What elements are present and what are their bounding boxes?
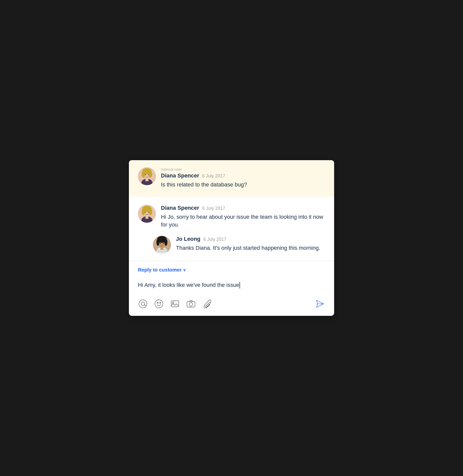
message-jo-date: 6 July 2017 [203,237,226,242]
svg-rect-26 [160,247,163,250]
reply-toolbar [138,299,325,309]
attachment-button[interactable] [202,299,212,309]
main-card: Internal note Diana Spencer 6 July 2017 … [129,160,334,316]
message-diana-header: Diana Spencer 6 July 2017 [161,205,325,211]
message-diana: Diana Spencer 6 July 2017 Hi Jo, sorry t… [138,205,325,229]
svg-point-13 [148,212,149,213]
svg-point-35 [189,303,193,306]
svg-point-4 [145,174,146,175]
emoji-button[interactable] [154,299,164,309]
text-cursor [240,282,240,289]
internal-note-content: Internal note Diana Spencer 6 July 2017 … [161,167,325,189]
toolbar-left-icons [138,299,212,309]
svg-rect-25 [156,251,167,252]
message-jo-content: Jo Leong 6 July 2017 Thanks Diana. It's … [176,236,325,252]
at-mention-button[interactable] [138,299,148,309]
reply-to-customer-label: Reply to customer [138,267,181,273]
internal-note-sender: Diana Spencer [161,172,199,179]
internal-note-text: Is this related to the database bug? [161,181,325,189]
message-jo: Jo Leong 6 July 2017 Thanks Diana. It's … [153,236,325,254]
internal-note-header: Diana Spencer 6 July 2017 [161,172,325,179]
message-diana-date: 6 July 2017 [202,206,225,211]
svg-point-33 [172,302,174,304]
conversation-section: Diana Spencer 6 July 2017 Hi Jo, sorry t… [129,197,334,254]
avatar-jo-msg [153,236,171,254]
camera-button[interactable] [186,299,196,309]
svg-point-20 [157,239,166,243]
send-button[interactable] [315,299,325,309]
svg-point-28 [141,302,145,306]
message-diana-text: Hi Jo, sorry to hear about your issue th… [161,213,325,229]
svg-point-22 [163,243,164,244]
svg-point-29 [155,300,163,308]
svg-rect-7 [145,179,148,181]
internal-note-label: Internal note [161,167,325,171]
internal-note-date: 6 July 2017 [202,173,225,179]
avatar-diana-msg [138,205,156,223]
reply-input-field[interactable]: Hi Amy, it looks like we've found the is… [138,278,325,293]
chevron-down-icon: ∨ [183,268,186,272]
svg-point-3 [149,171,152,178]
message-diana-content: Diana Spencer 6 July 2017 Hi Jo, sorry t… [161,205,325,229]
reply-input-text: Hi Amy, it looks like we've found the is… [138,281,239,289]
svg-point-12 [145,212,146,213]
message-jo-text: Thanks Diana. It's only just started hap… [176,244,325,252]
image-button[interactable] [170,299,180,309]
avatar-diana-note [138,167,156,185]
svg-point-30 [157,302,158,303]
svg-point-10 [142,208,145,215]
svg-rect-15 [145,216,148,219]
reply-to-customer-button[interactable]: Reply to customer ∨ [138,267,325,273]
svg-point-21 [160,243,161,244]
svg-point-2 [142,171,145,178]
svg-point-27 [139,300,147,308]
message-jo-header: Jo Leong 6 July 2017 [176,236,325,242]
message-diana-sender: Diana Spencer [161,205,199,211]
internal-note-section: Internal note Diana Spencer 6 July 2017 … [129,160,334,197]
svg-point-5 [148,174,149,175]
reply-area: Reply to customer ∨ Hi Amy, it looks lik… [129,261,334,316]
svg-point-31 [160,302,161,303]
svg-rect-32 [171,301,179,307]
svg-point-11 [149,208,152,215]
message-jo-sender: Jo Leong [176,236,200,242]
